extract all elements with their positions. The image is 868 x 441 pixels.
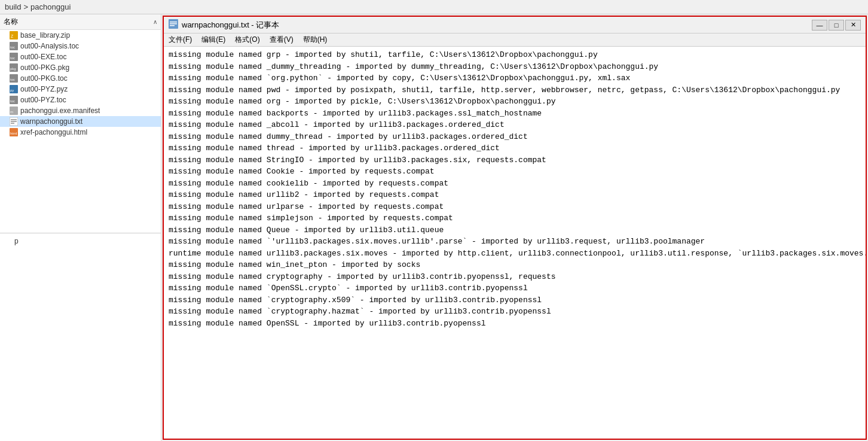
file-item-out00-pkg-toc[interactable]: toc out00-PKG.toc	[0, 73, 161, 84]
menu-view[interactable]: 查看(V)	[267, 34, 296, 45]
pkg-icon: pkg	[10, 63, 18, 72]
menu-format[interactable]: 格式(O)	[233, 34, 262, 45]
bottom-item-p[interactable]: p	[0, 236, 161, 247]
notepad-title-icon	[169, 19, 178, 31]
file-name: pachonggui.exe.manifest	[20, 107, 100, 115]
txt-icon	[10, 117, 18, 126]
notepad-title-section: warnpachonggui.txt - 记事本	[169, 19, 279, 31]
minimize-button[interactable]: —	[812, 20, 827, 31]
html-icon: html	[10, 128, 18, 136]
breadcrumb-pachonggui[interactable]: pachonggui	[30, 2, 71, 11]
svg-text:toc: toc	[10, 56, 15, 60]
file-item-xref-html[interactable]: html xref-pachonggui.html	[0, 127, 161, 138]
svg-text:toc: toc	[10, 45, 15, 49]
file-name: out00-PKG.toc	[20, 74, 68, 83]
explorer-header-label: 名称	[4, 17, 18, 27]
menu-file[interactable]: 文件(F)	[166, 34, 194, 45]
svg-text:Z: Z	[11, 34, 14, 38]
svg-text:toc: toc	[10, 99, 15, 103]
svg-text:toc: toc	[10, 78, 15, 81]
file-item-warn-txt[interactable]: warnpachonggui.txt	[0, 116, 161, 127]
svg-text:html: html	[10, 132, 17, 135]
svg-text:m: m	[10, 110, 13, 114]
toc-icon: toc	[10, 96, 18, 104]
breadcrumb-separator: >	[23, 2, 28, 11]
file-name: warnpachonggui.txt	[20, 117, 82, 126]
svg-rect-24	[170, 23, 177, 25]
file-item-out00-exe-toc[interactable]: toc out00-EXE.toc	[0, 51, 161, 62]
file-name: out00-PKG.pkg	[20, 63, 69, 72]
notepad-titlebar: warnpachonggui.txt - 记事本 — □ ✕	[164, 17, 866, 34]
left-panel-bottom: p	[0, 233, 161, 441]
file-name: xref-pachonggui.html	[20, 128, 87, 136]
file-name: base_library.zip	[20, 31, 70, 39]
bottom-item-label: p	[14, 237, 19, 245]
menu-edit[interactable]: 编辑(E)	[199, 34, 228, 45]
notepad-content[interactable]: missing module named grp - imported by s…	[164, 47, 866, 439]
pyz-icon: py	[10, 85, 18, 93]
notepad-controls: — □ ✕	[812, 20, 861, 31]
maximize-button[interactable]: □	[829, 20, 844, 31]
notepad-window: warnpachonggui.txt - 记事本 — □ ✕ 文件(F) 编辑(…	[163, 16, 867, 440]
manifest-icon: m	[10, 107, 18, 115]
toc-icon: toc	[10, 42, 18, 50]
svg-text:pkg: pkg	[10, 67, 16, 71]
file-name: out00-PYZ.toc	[20, 96, 66, 104]
toc-icon: toc	[10, 74, 18, 83]
file-name: out00-PYZ.pyz	[20, 85, 68, 93]
notepad-menubar: 文件(F) 编辑(E) 格式(O) 查看(V) 帮助(H)	[164, 34, 866, 47]
toc-icon: toc	[10, 53, 18, 61]
file-name: out00-EXE.toc	[20, 53, 66, 61]
file-item-out00-pyz-toc[interactable]: toc out00-PYZ.toc	[0, 95, 161, 105]
file-item-manifest[interactable]: m pachonggui.exe.manifest	[0, 105, 161, 116]
svg-rect-25	[170, 25, 175, 26]
menu-help[interactable]: 帮助(H)	[301, 34, 330, 45]
notepad-title-text: warnpachonggui.txt - 记事本	[182, 20, 279, 31]
file-item-out00-pkg-pkg[interactable]: pkg out00-PKG.pkg	[0, 62, 161, 73]
zip-icon: Z	[10, 31, 18, 39]
breadcrumb: build > pachonggui	[0, 0, 868, 14]
file-item-base-library-zip[interactable]: Z base_library.zip	[0, 30, 161, 41]
close-button[interactable]: ✕	[845, 20, 861, 31]
file-explorer: 名称 ∧ Z base_library.zip toc out00-Analys…	[0, 14, 161, 441]
explorer-header: 名称 ∧	[0, 14, 161, 30]
svg-rect-23	[170, 22, 177, 23]
breadcrumb-build[interactable]: build	[5, 2, 21, 11]
collapse-button[interactable]: ∧	[153, 19, 157, 25]
file-item-out00-analysis-toc[interactable]: toc out00-Analysis.toc	[0, 41, 161, 51]
file-item-out00-pyz-pyz[interactable]: py out00-PYZ.pyz	[0, 84, 161, 95]
file-list: Z base_library.zip toc out00-Analysis.to…	[0, 30, 161, 233]
file-name: out00-Analysis.toc	[20, 42, 79, 50]
svg-text:py: py	[10, 89, 14, 92]
